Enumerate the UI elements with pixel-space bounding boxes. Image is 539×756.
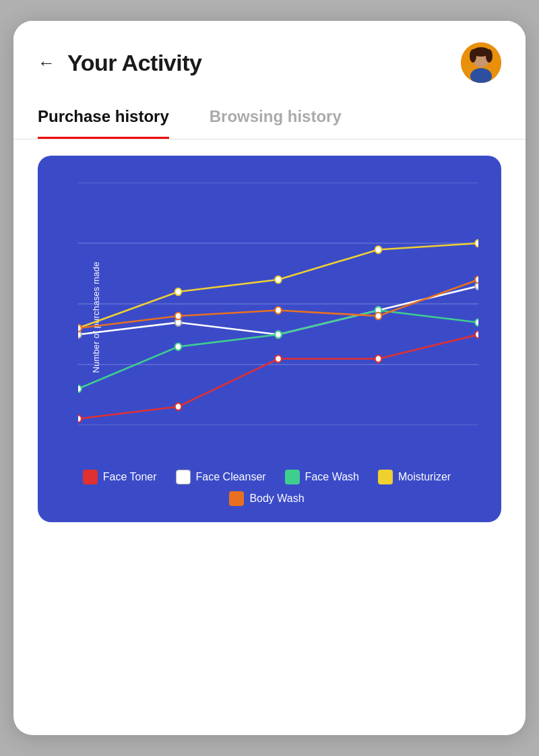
legend-face-toner: Face Toner [83, 470, 157, 484]
chart-inner: Number of purchases made 0 5 10 15 [49, 176, 485, 459]
svg-point-33 [275, 331, 282, 338]
legend-label-face-wash: Face Wash [305, 471, 359, 483]
header-left: ← Your Activity [38, 50, 201, 76]
legend-moisturizer: Moisturizer [378, 470, 451, 484]
legend-color-face-wash [285, 470, 300, 484]
svg-point-37 [175, 288, 182, 296]
phone-card: ← Your Activity Purchase history Browsin… [13, 21, 526, 735]
svg-point-32 [175, 343, 182, 350]
svg-point-41 [78, 325, 82, 332]
chart-container: Number of purchases made 0 5 10 15 [38, 156, 501, 522]
chart-section: Number of purchases made 0 5 10 15 [13, 156, 526, 735]
svg-point-25 [475, 331, 478, 338]
legend-label-face-cleanser: Face Cleanser [196, 471, 266, 483]
legend-color-face-cleanser [176, 470, 191, 484]
svg-point-23 [275, 355, 282, 363]
legend-body-wash: Body Wash [229, 491, 304, 506]
legend-label-face-toner: Face Toner [103, 471, 157, 483]
svg-point-4 [470, 49, 476, 63]
tab-browsing[interactable]: Browsing history [210, 96, 342, 139]
chart-svg: 0 5 10 15 20 Jan Feb Mar Apr May [78, 183, 478, 425]
svg-point-44 [375, 313, 382, 320]
avatar[interactable] [461, 42, 501, 83]
legend-color-moisturizer [378, 470, 393, 484]
svg-point-43 [275, 307, 282, 314]
legend-label-moisturizer: Moisturizer [398, 471, 451, 483]
header: ← Your Activity [13, 21, 526, 96]
svg-point-22 [175, 403, 182, 410]
tab-purchase[interactable]: Purchase history [38, 96, 169, 139]
svg-point-40 [475, 240, 478, 247]
legend-label-body-wash: Body Wash [249, 493, 304, 505]
svg-point-45 [475, 276, 478, 284]
chart-legend: Face Toner Face Cleanser Face Wash Moist… [49, 470, 485, 506]
svg-point-39 [375, 246, 382, 253]
legend-face-wash: Face Wash [285, 470, 359, 484]
svg-point-42 [175, 313, 182, 320]
legend-face-cleanser: Face Cleanser [176, 470, 266, 484]
tabs: Purchase history Browsing history [13, 96, 526, 139]
svg-point-31 [78, 385, 82, 393]
svg-point-5 [486, 49, 493, 63]
svg-point-21 [78, 415, 82, 422]
svg-point-35 [475, 319, 478, 326]
page-title: Your Activity [67, 50, 201, 76]
back-button[interactable]: ← [38, 53, 55, 73]
svg-point-24 [375, 355, 382, 363]
legend-color-face-toner [83, 470, 98, 484]
svg-point-38 [275, 276, 282, 284]
legend-color-body-wash [229, 491, 244, 506]
